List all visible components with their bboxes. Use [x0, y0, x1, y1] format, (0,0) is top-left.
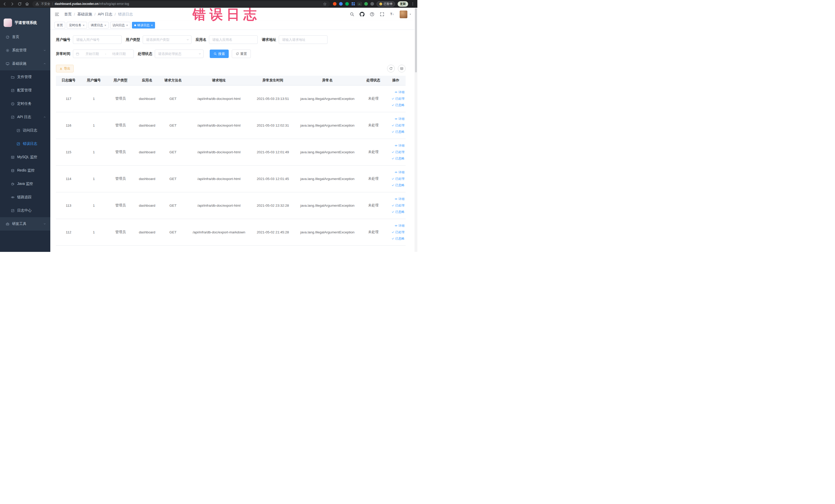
cell-log-id: 113 [56, 192, 81, 219]
sidebar-item-mysql-monitor[interactable]: MySQL 监控 [0, 150, 50, 164]
mark-ignored-link[interactable]: 已忽略 [391, 237, 405, 241]
column-settings-button[interactable] [398, 65, 406, 73]
process-status-select-input[interactable] [155, 49, 204, 58]
close-icon[interactable]: × [104, 24, 106, 27]
tab-home[interactable]: 首页 [55, 22, 65, 28]
close-icon[interactable]: × [83, 24, 85, 27]
home-icon[interactable] [25, 2, 29, 6]
tab-scheduled-tasks[interactable]: 定时任务× [67, 22, 87, 28]
mark-ignored-link[interactable]: 已忽略 [391, 183, 405, 187]
chevron-down-icon [43, 49, 46, 52]
detail-link[interactable]: 详细 [394, 170, 405, 175]
reload-icon[interactable] [18, 2, 22, 6]
font-size-icon[interactable] [390, 12, 394, 17]
eye-icon [394, 144, 398, 147]
check-icon [391, 124, 394, 127]
cell-user-type: 管理员 [106, 192, 135, 219]
extension-icon-green[interactable] [345, 2, 349, 6]
github-icon[interactable] [360, 12, 365, 17]
sidebar-item-file-management[interactable]: 文件管理 [0, 70, 50, 84]
extension-icon-leaf[interactable] [364, 2, 368, 6]
sidebar-item-error-log[interactable]: 错误日志 [0, 137, 50, 150]
detail-link[interactable]: 详细 [394, 224, 405, 228]
extension-icon-dark[interactable] [370, 2, 374, 6]
detail-link[interactable]: 详细 [394, 143, 405, 148]
extension-icon-on-badge[interactable]: on [358, 2, 362, 6]
sidebar-item-dev-tools[interactable]: 研发工具 [0, 217, 50, 230]
close-icon[interactable]: × [126, 24, 128, 27]
paused-badge[interactable]: 已暂停 [376, 1, 395, 7]
user-type-select-input[interactable] [143, 36, 191, 44]
extension-icon-grid[interactable] [351, 2, 355, 6]
mark-processed-label: 已处理 [395, 150, 405, 154]
sidebar-item-system-management[interactable]: 系统管理 [0, 44, 50, 57]
user-menu[interactable] [400, 11, 412, 18]
app-name-input[interactable] [209, 36, 258, 44]
close-icon[interactable]: × [151, 24, 153, 27]
detail-link[interactable]: 详细 [394, 117, 405, 121]
mark-ignored-link[interactable]: 已忽略 [391, 210, 405, 214]
date-range-picker[interactable]: 开始日期 - 结束日期 [73, 49, 134, 58]
bookmark-star-icon[interactable] [323, 2, 327, 6]
sidebar-toggle-icon[interactable] [55, 12, 60, 17]
mark-ignored-link[interactable]: 已忽略 [391, 156, 405, 161]
user-id-input[interactable] [73, 36, 122, 44]
reset-button[interactable]: 重置 [232, 49, 251, 58]
sidebar-item-scheduled-tasks[interactable]: 定时任务 [0, 97, 50, 110]
search-icon[interactable] [350, 12, 354, 17]
update-button[interactable]: 更新 [398, 1, 408, 7]
mark-processed-link[interactable]: 已处理 [391, 230, 405, 235]
tab-label: 首页 [57, 23, 63, 27]
request-url-input[interactable] [279, 36, 328, 44]
sidebar-item-trace[interactable]: 链路追踪 [0, 190, 50, 204]
sidebar-item-home[interactable]: 首页 [0, 30, 50, 44]
mark-ignored-link[interactable]: 已忽略 [391, 130, 405, 134]
help-icon[interactable] [370, 12, 374, 17]
fullscreen-icon[interactable] [380, 12, 385, 17]
start-date-placeholder[interactable]: 开始日期 [80, 52, 104, 56]
sidebar-item-log-center[interactable]: 日志中心 [0, 204, 50, 217]
sidebar-item-label: 基础设施 [12, 61, 26, 66]
eye-icon [11, 195, 15, 199]
forward-icon[interactable] [10, 2, 14, 6]
process-status-select[interactable] [155, 49, 204, 58]
filter-row-2: 异常时间 开始日期 - 结束日期 处理状态 [50, 49, 418, 58]
user-type-select[interactable] [143, 36, 191, 44]
sidebar-item-infrastructure[interactable]: 基础设施 [0, 57, 50, 70]
end-date-placeholder[interactable]: 结束日期 [107, 52, 131, 56]
url-text[interactable]: dashboard.yudao.iocoder.cn/infra/log/api… [55, 2, 321, 6]
mark-processed-link[interactable]: 已处理 [391, 97, 405, 101]
tab-schedule-log[interactable]: 调度日志× [88, 22, 109, 28]
mark-processed-link[interactable]: 已处理 [391, 177, 405, 181]
address-bar[interactable]: 不安全 dashboard.yudao.iocoder.cn/infra/log… [32, 1, 330, 7]
mark-processed-link[interactable]: 已处理 [391, 123, 405, 127]
detail-link[interactable]: 详细 [394, 90, 405, 95]
back-icon[interactable] [3, 2, 7, 6]
mark-processed-link[interactable]: 已处理 [391, 150, 405, 154]
scrollbar-thumb[interactable] [415, 8, 417, 73]
sidebar-item-label: API 日志 [17, 115, 31, 119]
detail-link[interactable]: 详细 [394, 197, 405, 201]
sidebar-item-api-log[interactable]: API 日志 [0, 110, 50, 124]
search-button[interactable]: 搜索 [210, 49, 229, 58]
sidebar-item-java-monitor[interactable]: Java 监控 [0, 177, 50, 190]
breadcrumb-home[interactable]: 首页 [64, 12, 72, 17]
browser-menu-icon[interactable] [411, 2, 415, 6]
tab-access-log[interactable]: 访问日志× [110, 22, 130, 28]
sidebar-item-redis-monitor[interactable]: Redis 监控 [0, 164, 50, 177]
page-scrollbar[interactable] [414, 8, 418, 252]
export-button[interactable]: 导出 [56, 65, 74, 73]
refresh-table-button[interactable] [387, 65, 395, 73]
tab-error-log[interactable]: 错误日志× [132, 22, 155, 28]
sidebar-item-access-log[interactable]: 访问日志 [0, 124, 50, 137]
mark-ignored-link[interactable]: 已忽略 [391, 103, 405, 107]
breadcrumb-api-log[interactable]: API 日志 [98, 12, 112, 17]
extension-icon-orange[interactable] [333, 2, 337, 6]
extension-icon-blue[interactable] [339, 2, 343, 6]
avatar[interactable] [400, 11, 407, 18]
logo[interactable]: 芋道管理系统 [0, 8, 50, 30]
mark-processed-link[interactable]: 已处理 [391, 203, 405, 208]
breadcrumb-infrastructure[interactable]: 基础设施 [77, 12, 92, 17]
sidebar-item-config-management[interactable]: 配置管理 [0, 84, 50, 97]
sidebar-item-label: MySQL 监控 [17, 155, 37, 159]
